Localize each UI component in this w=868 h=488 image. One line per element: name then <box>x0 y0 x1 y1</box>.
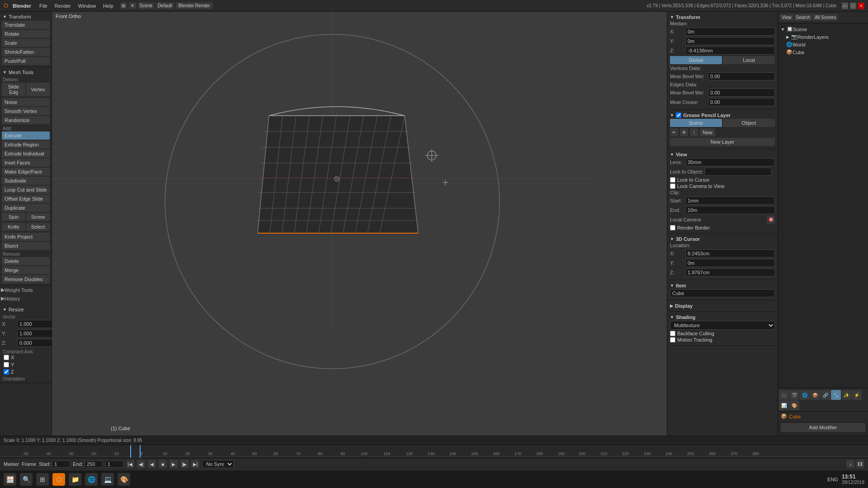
step-fwd-btn[interactable]: |▶ <box>180 460 189 468</box>
object-btn[interactable]: Object <box>723 119 775 127</box>
layout-selector[interactable]: Default <box>156 2 174 9</box>
resize-x-field[interactable] <box>17 320 52 328</box>
offset-edge-btn[interactable]: Offset Edge Slide <box>2 195 50 203</box>
mesh-tools-header[interactable]: ▼ Mesh Tools <box>2 68 50 76</box>
knife-btn[interactable]: Knife <box>2 223 25 231</box>
play-back-btn[interactable]: ◀ <box>148 460 156 468</box>
lens-field[interactable] <box>685 158 775 166</box>
extrude-region-btn[interactable]: Extrude Region <box>2 141 50 149</box>
taskview-icon[interactable]: ⊞ <box>36 473 49 486</box>
move-icon-btn[interactable]: ↕ <box>690 128 698 136</box>
lock-camera-check[interactable] <box>670 183 675 189</box>
particles-btn[interactable]: ✨ <box>841 390 851 400</box>
render-border-check[interactable] <box>670 225 675 230</box>
axis-x-row[interactable]: X <box>4 355 50 360</box>
grease-pencil-check[interactable] <box>676 113 681 118</box>
physics-btn[interactable]: ⚡ <box>852 390 862 400</box>
start-field[interactable] <box>52 460 70 468</box>
bisect-btn[interactable]: Bisect <box>2 242 50 250</box>
search-outliner-btn[interactable]: Search <box>794 14 812 21</box>
render-props-btn[interactable]: 🎥 <box>779 390 789 400</box>
clip-end-field[interactable] <box>685 206 775 214</box>
scene-btn[interactable]: Scene <box>670 119 722 127</box>
extrude-btn[interactable]: Extrude <box>2 131 50 140</box>
slide-edg-btn[interactable]: Slide Edg <box>2 83 25 96</box>
video-icon-btn[interactable]: 🎞 <box>856 460 864 468</box>
props-z-field[interactable] <box>685 47 775 55</box>
local-btn[interactable]: Local <box>723 56 775 64</box>
duplicate-btn[interactable]: Duplicate <box>2 204 50 212</box>
data-btn[interactable]: 📊 <box>779 400 789 410</box>
item-header[interactable]: ▼ Item <box>670 282 775 289</box>
mean-bevel-v-field[interactable] <box>708 72 775 80</box>
viewport[interactable]: Front Ortho Centimeters <box>52 12 667 436</box>
minimize-btn[interactable]: — <box>842 3 848 9</box>
view-outliner-btn[interactable]: View <box>780 14 793 21</box>
material-btn[interactable]: 🎨 <box>789 400 799 410</box>
render-engine[interactable]: Blender Render <box>176 2 213 9</box>
vertex-btn[interactable]: Vertex <box>26 83 50 96</box>
transform-props-header[interactable]: ▼ Transform <box>670 14 775 21</box>
loop-cut-btn[interactable]: Loop Cut and Slide <box>2 186 50 194</box>
rotate-btn[interactable]: Rotate <box>2 30 50 38</box>
timeline-ruler[interactable]: -50 -40 -30 -20 -10 0 10 20 30 40 50 60 … <box>0 445 868 458</box>
close-btn[interactable]: ✕ <box>858 3 864 9</box>
screw-btn[interactable]: Screw <box>26 213 50 221</box>
backface-check[interactable] <box>670 331 675 336</box>
mean-bevel-e-field[interactable] <box>708 89 775 97</box>
play-btn[interactable]: ▶ <box>170 460 178 468</box>
menu-help[interactable]: Help <box>100 2 116 9</box>
cube-tree-item[interactable]: 📦 Cube <box>785 48 866 56</box>
all-scenes-btn[interactable]: All Scenes <box>813 14 838 21</box>
pencil-icon-btn[interactable]: ✏ <box>670 128 678 136</box>
app5-taskbar-icon[interactable]: 🎨 <box>118 473 130 486</box>
constraints-btn[interactable]: 🔗 <box>821 390 830 400</box>
transform-header[interactable]: ▼ Transform <box>2 13 50 21</box>
remove-doubles-btn[interactable]: Remove Doubles <box>2 275 50 283</box>
inset-faces-btn[interactable]: Inset Faces <box>2 159 50 167</box>
jump-start-btn[interactable]: |◀ <box>126 460 134 468</box>
axis-y-row[interactable]: Y <box>4 362 50 367</box>
current-frame-field[interactable] <box>105 460 123 468</box>
scene-selector[interactable]: Scene <box>138 2 154 9</box>
weight-tools-header[interactable]: ▶ Weight Tools <box>0 286 52 294</box>
resize-header[interactable]: ▼ Resize <box>2 305 50 314</box>
search-icon[interactable]: 🔍 <box>20 473 33 486</box>
scene-props-btn[interactable]: 🎬 <box>789 390 799 400</box>
select-btn[interactable]: Select <box>26 223 50 231</box>
browser-taskbar-icon[interactable]: 🌐 <box>85 473 98 486</box>
code-taskbar-icon[interactable]: 💻 <box>101 473 114 486</box>
translate-btn[interactable]: Translate <box>2 21 50 29</box>
motion-tracking-check[interactable] <box>670 337 675 343</box>
axis-z-row[interactable]: Z <box>4 369 50 375</box>
lock-cursor-check[interactable] <box>670 177 675 183</box>
audio-icon-btn[interactable]: ♪ <box>846 460 854 468</box>
start-icon[interactable]: 🪟 <box>4 473 16 486</box>
modifier-btn[interactable]: 🔧 <box>831 390 841 400</box>
props-x-field[interactable] <box>685 28 775 36</box>
knife-project-btn[interactable]: Knife Project <box>2 233 50 241</box>
resize-z-field[interactable] <box>17 339 52 347</box>
lock-object-field[interactable] <box>705 168 772 176</box>
props-y-field[interactable] <box>685 37 775 45</box>
axis-y-check[interactable] <box>4 362 9 367</box>
history-header[interactable]: ▶ History <box>0 294 52 303</box>
world-props-btn[interactable]: 🌐 <box>800 390 810 400</box>
world-item[interactable]: 🌐 World <box>785 41 866 48</box>
maximize-btn[interactable]: □ <box>850 3 856 9</box>
pushpull-btn[interactable]: Push/Pull <box>2 57 50 65</box>
settings-icon-btn[interactable]: ⚙ <box>680 128 688 136</box>
menu-render[interactable]: Render <box>52 2 74 9</box>
new-layer-btn[interactable]: New Layer <box>670 138 775 146</box>
stop-btn[interactable]: ■ <box>159 460 167 468</box>
timeline-area[interactable]: -50 -40 -30 -20 -10 0 10 20 30 40 50 60 … <box>0 445 868 458</box>
item-name-field[interactable] <box>670 289 775 297</box>
end-field[interactable] <box>85 460 103 468</box>
scale-btn[interactable]: Scale <box>2 39 50 47</box>
cursor-z-field[interactable] <box>685 268 775 277</box>
subdivide-btn[interactable]: Subdivide <box>2 177 50 185</box>
smooth-vertex-btn[interactable]: Smooth Vertex <box>2 107 50 115</box>
axis-z-check[interactable] <box>4 369 9 375</box>
add-modifier-btn[interactable]: Add Modifier <box>781 423 865 432</box>
delete-btn[interactable]: Delete <box>2 257 50 265</box>
